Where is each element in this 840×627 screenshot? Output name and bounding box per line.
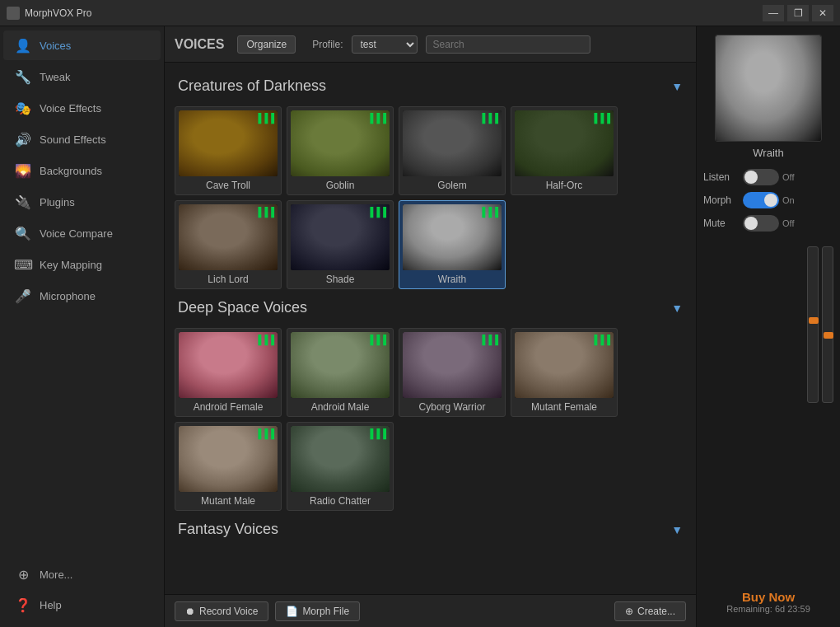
mute-state: Off bbox=[782, 218, 802, 228]
sidebar-bottom: ⊕ More... ❓ Help bbox=[0, 559, 164, 627]
section-title: Creatures of Darkness bbox=[178, 77, 326, 95]
voice-card-android-male[interactable]: ▐▐▐ Android Male bbox=[287, 328, 394, 417]
voice-card-name: Wraith bbox=[438, 274, 466, 285]
profile-select[interactable]: test bbox=[352, 35, 418, 54]
maximize-button[interactable]: ❐ bbox=[787, 5, 809, 21]
voice-grid-creatures: ▐▐▐ Cave Troll ▐▐▐ Goblin ▐▐▐ bbox=[175, 106, 686, 289]
signal-icon: ▐▐▐ bbox=[479, 335, 498, 344]
sidebar-item-backgrounds[interactable]: 🌄 Backgrounds bbox=[3, 156, 161, 185]
right-panel-inner: Wraith Listen Off Morph On Mute bbox=[703, 35, 833, 619]
voice-card-name: Goblin bbox=[326, 180, 355, 191]
search-input[interactable] bbox=[426, 35, 590, 54]
sidebar-item-voice-effects[interactable]: 🎭 Voice Effects bbox=[3, 93, 161, 123]
section-header-fantasy: Fantasy Voices ▼ bbox=[175, 516, 686, 543]
voice-card-image: ▐▐▐ bbox=[291, 332, 390, 398]
voice-card-cave-troll[interactable]: ▐▐▐ Cave Troll bbox=[175, 106, 282, 195]
section-collapse-icon[interactable]: ▼ bbox=[671, 302, 683, 315]
voice-card-name: Mutant Male bbox=[201, 495, 255, 507]
tweak-icon: 🔧 bbox=[15, 68, 31, 85]
section-header-creatures: Creatures of Darkness ▼ bbox=[175, 73, 686, 100]
voice-card-android-female[interactable]: ▐▐▐ Android Female bbox=[175, 328, 282, 417]
voice-card-name: Half-Orc bbox=[546, 180, 583, 191]
vertical-sliders bbox=[807, 246, 833, 403]
sound-effects-icon: 🔊 bbox=[15, 131, 31, 147]
voice-card-image: ▐▐▐ bbox=[403, 110, 502, 176]
content-header: VOICES Organize Profile: test bbox=[165, 26, 696, 63]
buy-now-section: Buy Now Remaining: 6d 23:59 bbox=[726, 590, 810, 619]
sidebar-item-label: Voice Effects bbox=[40, 102, 101, 115]
sidebar-item-sound-effects[interactable]: 🔊 Sound Effects bbox=[3, 124, 161, 154]
morph-file-button[interactable]: 📄 Morph File bbox=[275, 601, 360, 621]
pitch-slider-track[interactable] bbox=[807, 246, 819, 403]
voice-card-golem[interactable]: ▐▐▐ Golem bbox=[399, 106, 506, 195]
buy-now-label[interactable]: Buy Now bbox=[726, 590, 810, 604]
voice-card-half-orc[interactable]: ▐▐▐ Half-Orc bbox=[511, 106, 618, 195]
voice-card-image: ▐▐▐ bbox=[291, 110, 390, 176]
sidebar-item-tweak[interactable]: 🔧 Tweak bbox=[3, 62, 161, 91]
voice-card-image: ▐▐▐ bbox=[403, 332, 502, 398]
sidebar-item-label: Voice Compare bbox=[40, 227, 113, 240]
voices-icon: 👤 bbox=[15, 37, 31, 54]
right-panel: Wraith Listen Off Morph On Mute bbox=[696, 26, 840, 627]
voice-card-image: ▐▐▐ bbox=[291, 204, 390, 270]
volume-slider-track[interactable] bbox=[822, 246, 833, 403]
key-mapping-icon: ⌨ bbox=[15, 256, 31, 273]
morph-file-icon: 📄 bbox=[286, 606, 298, 617]
sidebar-item-voices[interactable]: 👤 Voices bbox=[3, 30, 161, 60]
record-icon: ⏺ bbox=[185, 606, 195, 617]
voice-card-goblin[interactable]: ▐▐▐ Goblin bbox=[287, 106, 394, 195]
signal-icon: ▐▐▐ bbox=[479, 207, 498, 217]
signal-icon: ▐▐▐ bbox=[591, 113, 610, 123]
section-title: Deep Space Voices bbox=[178, 299, 307, 316]
section-collapse-icon[interactable]: ▼ bbox=[671, 80, 683, 93]
sidebar-item-label: Key Mapping bbox=[40, 259, 102, 271]
preview-image bbox=[715, 35, 822, 142]
volume-slider-thumb bbox=[824, 332, 833, 339]
morph-toggle[interactable] bbox=[743, 192, 779, 208]
voice-card-cyborg-warrior[interactable]: ▐▐▐ Cyborg Warrior bbox=[399, 328, 506, 417]
voice-card-name: Shade bbox=[326, 274, 355, 285]
voice-card-image: ▐▐▐ bbox=[291, 426, 390, 492]
plugins-icon: 🔌 bbox=[15, 194, 31, 210]
preview-name: Wraith bbox=[753, 147, 783, 159]
sidebar-item-help[interactable]: ❓ Help bbox=[3, 590, 161, 620]
voice-card-wraith[interactable]: ▐▐▐ Wraith bbox=[399, 200, 506, 289]
listen-toggle[interactable] bbox=[743, 169, 779, 185]
window-controls: — ❐ ✕ bbox=[763, 5, 833, 21]
voice-card-image: ▐▐▐ bbox=[179, 332, 278, 398]
sidebar-item-voice-compare[interactable]: 🔍 Voice Compare bbox=[3, 218, 161, 248]
signal-icon: ▐▐▐ bbox=[367, 207, 386, 217]
sidebar-item-more[interactable]: ⊕ More... bbox=[3, 559, 161, 589]
mute-label: Mute bbox=[703, 218, 740, 229]
organize-button[interactable]: Organize bbox=[237, 35, 296, 54]
close-button[interactable]: ✕ bbox=[812, 5, 833, 21]
voice-card-shade[interactable]: ▐▐▐ Shade bbox=[287, 200, 394, 289]
voice-card-radio-chatter[interactable]: ▐▐▐ Radio Chatter bbox=[287, 422, 394, 511]
morph-state: On bbox=[782, 195, 802, 205]
voice-card-name: Android Female bbox=[194, 401, 264, 413]
voice-card-image: ▐▐▐ bbox=[515, 110, 614, 176]
voice-card-image: ▐▐▐ bbox=[515, 332, 614, 398]
signal-icon: ▐▐▐ bbox=[255, 335, 274, 344]
voice-card-lich-lord[interactable]: ▐▐▐ Lich Lord bbox=[175, 200, 282, 289]
voice-card-image: ▐▐▐ bbox=[179, 110, 278, 176]
app-title: MorphVOX Pro bbox=[25, 7, 763, 19]
create-button[interactable]: ⊕ Create... bbox=[614, 601, 686, 621]
profile-label: Profile: bbox=[312, 39, 343, 50]
sidebar-item-microphone[interactable]: 🎤 Microphone bbox=[3, 281, 161, 311]
mute-toggle[interactable] bbox=[743, 215, 779, 232]
record-voice-button[interactable]: ⏺ Record Voice bbox=[175, 601, 268, 621]
sidebar-item-plugins[interactable]: 🔌 Plugins bbox=[3, 187, 161, 217]
sidebar-item-key-mapping[interactable]: ⌨ Key Mapping bbox=[3, 250, 161, 279]
voice-card-image: ▐▐▐ bbox=[403, 204, 502, 270]
voice-card-name: Cave Troll bbox=[206, 180, 250, 191]
section-collapse-icon[interactable]: ▼ bbox=[671, 523, 683, 536]
mute-row: Mute Off bbox=[703, 215, 833, 232]
voice-card-image: ▐▐▐ bbox=[179, 204, 278, 270]
voice-card-mutant-male[interactable]: ▐▐▐ Mutant Male bbox=[175, 422, 282, 511]
minimize-button[interactable]: — bbox=[763, 5, 784, 21]
main-content: VOICES Organize Profile: test Creatures … bbox=[165, 26, 696, 627]
record-voice-label: Record Voice bbox=[199, 606, 258, 617]
voice-card-mutant-female[interactable]: ▐▐▐ Mutant Female bbox=[511, 328, 618, 417]
sidebar-item-label: Backgrounds bbox=[40, 165, 102, 177]
